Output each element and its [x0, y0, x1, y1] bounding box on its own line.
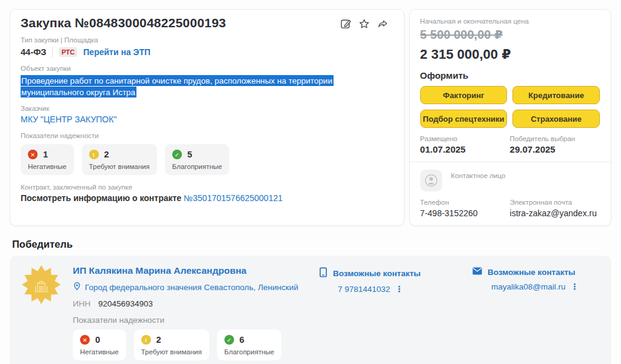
services-buttons: Факторинг Кредитование Подбор спецтехник…	[420, 86, 600, 128]
page: Закупка №0848300048225000193 Тип закупки…	[0, 0, 621, 364]
placed-label: Размещено	[420, 135, 510, 142]
positive-count: 6	[240, 335, 244, 345]
reliability-indicators: ✕1 Негативные !2 Требуют внимания ✓5 Бла…	[21, 144, 394, 175]
phone-label: Телефон	[420, 199, 510, 206]
avatar	[420, 170, 442, 191]
winner-reliability-label: Показатели надежности	[73, 316, 319, 325]
contact-details: Телефон 7-498-3152260 Электронная почта …	[420, 199, 600, 218]
negative-icon: ✕	[28, 150, 38, 159]
dates-row: Размещено 01.07.2025 Победитель выбран 2…	[420, 135, 600, 154]
winner-chosen-label: Победитель выбран	[510, 135, 600, 142]
winner-chosen-date: 29.07.2025	[510, 144, 600, 154]
negative-label: Негативные	[28, 163, 67, 170]
etp-link[interactable]: Перейти на ЭТП	[83, 47, 150, 57]
winner-phone-contacts: Возможные контакты 7 9781441032 ⋮	[319, 265, 472, 364]
placed-date: 01.07.2025	[420, 144, 510, 154]
negative-count: 1	[43, 150, 48, 159]
phone-more-menu-icon[interactable]: ⋮	[395, 284, 403, 294]
reliability-negative[interactable]: ✕1 Негативные	[21, 144, 74, 175]
warning-count: 2	[156, 335, 161, 345]
contract-line: Посмотреть информацию о контракте №35017…	[21, 193, 394, 203]
reliability-warning[interactable]: !2 Требуют внимания	[82, 144, 157, 175]
winner-reliability-negative[interactable]: ✕0 Негативные	[73, 329, 126, 360]
winner-info: ИП Калякина Марина Александровна Город ф…	[73, 265, 319, 364]
object-label: Объект закупки	[21, 65, 394, 72]
negative-label: Негативные	[80, 348, 119, 356]
inn-value: 920456934903	[98, 299, 153, 308]
selected-object-text: Проведение работ по санитарной очистке п…	[21, 75, 334, 98]
law-value: 44-ФЗ	[21, 47, 46, 57]
negative-count: 0	[95, 335, 100, 345]
price-label: Начальная и окончательная цена	[420, 18, 600, 25]
winner-email-link[interactable]: mayalika08@mail.ru	[491, 282, 566, 291]
positive-icon: ✓	[172, 150, 182, 159]
contract-number-link[interactable]: №3501701576625000121	[184, 193, 283, 203]
inn-label: ИНН	[73, 299, 90, 308]
machinery-button[interactable]: Подбор спецтехники	[420, 110, 508, 128]
email-value: istra-zakaz@yandex.ru	[510, 208, 600, 218]
email-more-menu-icon[interactable]: ⋮	[571, 282, 579, 291]
positive-label: Благоприятные	[224, 348, 274, 356]
share-icon[interactable]	[377, 18, 389, 30]
positive-icon: ✓	[224, 335, 234, 345]
mail-icon	[472, 267, 482, 277]
winner-location: Город федерального значения Севастополь,…	[85, 283, 298, 292]
warning-label: Требуют внимания	[89, 163, 150, 170]
object-text: Проведение работ по санитарной очистке п…	[21, 74, 394, 98]
type-platform-label: Тип закупки | Площадка	[21, 36, 394, 44]
winner-phone-link[interactable]: 7 9781441032	[338, 285, 390, 294]
initial-price: 5 500 000,00 ₽	[420, 27, 600, 42]
customer-link[interactable]: МКУ "ЦЕНТР ЗАКУПОК"	[21, 114, 116, 124]
top-row: Закупка №0848300048225000193 Тип закупки…	[10, 9, 611, 226]
email-contacts-label: Возможные контакты	[488, 268, 576, 277]
final-price: 2 315 000,00 ₽	[420, 47, 600, 62]
winner-section-title: Победитель	[12, 239, 611, 250]
services-heading: Оформить	[420, 70, 600, 81]
winner-reliability-warning[interactable]: !2 Требуют внимания	[134, 329, 209, 360]
contract-label: Контракт, заключенный по закупке	[21, 184, 394, 191]
warning-count: 2	[104, 150, 109, 159]
insurance-button[interactable]: Страхование	[512, 110, 600, 128]
factoring-button[interactable]: Факторинг	[420, 86, 508, 104]
reliability-positive[interactable]: ✓5 Благоприятные	[165, 144, 229, 175]
favorite-star-icon[interactable]	[358, 18, 370, 30]
winner-logo-icon	[22, 265, 61, 364]
phone-value: 7-498-3152260	[420, 208, 510, 218]
divider	[52, 47, 53, 58]
winner-email-contacts: Возможные контакты mayalika08@mail.ru ⋮	[472, 265, 621, 364]
contract-text: Посмотреть информацию о контракте	[21, 193, 181, 203]
divider	[410, 162, 611, 162]
location-pin-icon	[73, 282, 81, 293]
reliability-label: Показатели надежности	[21, 132, 394, 139]
contact-person-label: Контактное лицо	[451, 172, 506, 179]
winner-reliability-positive[interactable]: ✓6 Благоприятные	[217, 329, 281, 360]
warning-icon: !	[141, 335, 151, 345]
card-actions	[340, 18, 389, 30]
crediting-button[interactable]: Кредитование	[512, 86, 600, 104]
email-label: Электронная почта	[510, 199, 600, 206]
edit-icon[interactable]	[340, 18, 352, 30]
page-title: Закупка №0848300048225000193	[21, 16, 226, 30]
winner-card: ИП Калякина Марина Александровна Город ф…	[10, 256, 611, 364]
warning-label: Требуют внимания	[141, 348, 202, 356]
positive-count: 5	[187, 150, 192, 159]
price-card: Начальная и окончательная цена 5 500 000…	[409, 9, 611, 226]
phone-icon	[319, 267, 327, 279]
warning-icon: !	[89, 150, 99, 159]
customer-label: Заказчик	[21, 105, 394, 112]
phone-contacts-label: Возможные контакты	[333, 269, 421, 278]
positive-label: Благоприятные	[172, 163, 222, 170]
rtc-platform-badge: РТС	[59, 47, 77, 57]
winner-reliability-indicators: ✕0 Негативные !2 Требуют внимания ✓6 Бла…	[73, 329, 319, 360]
winner-name-link[interactable]: ИП Калякина Марина Александровна	[73, 265, 246, 276]
negative-icon: ✕	[80, 335, 90, 345]
purchase-card: Закупка №0848300048225000193 Тип закупки…	[10, 9, 404, 226]
